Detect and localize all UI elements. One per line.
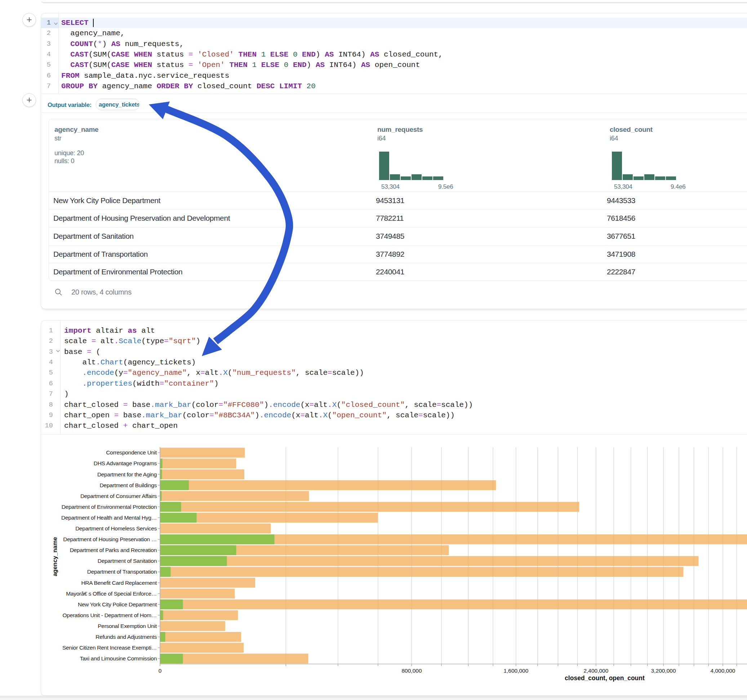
svg-text:Department of Sanitation: Department of Sanitation: [98, 558, 157, 564]
svg-text:800,000: 800,000: [401, 668, 422, 674]
svg-text:Taxi and Limousine Commission: Taxi and Limousine Commission: [80, 655, 157, 661]
svg-text:Department of Parks and Recrea: Department of Parks and Recreation: [70, 547, 157, 553]
svg-text:Department of Housing Preserva: Department of Housing Preservation …: [63, 536, 157, 542]
svg-text:agency_name: agency_name: [51, 537, 58, 576]
svg-text:Department of Transportation: Department of Transportation: [87, 569, 157, 575]
svg-text:DHS Advantage Programs: DHS Advantage Programs: [94, 460, 157, 466]
svg-text:Department of Health and Menta: Department of Health and Mental Hyg…: [61, 514, 157, 520]
svg-text:Department for the Aging: Department for the Aging: [97, 471, 157, 477]
svg-text:Mayorâ€ s Office of Special En: Mayorâ€ s Office of Special Enforce…: [66, 591, 157, 597]
svg-text:3,200,000: 3,200,000: [651, 668, 676, 674]
svg-text:Department of Homeless Service: Department of Homeless Services: [75, 525, 157, 531]
svg-text:Department of Consumer Affairs: Department of Consumer Affairs: [80, 493, 157, 499]
svg-text:Department of Buildings: Department of Buildings: [100, 482, 157, 488]
svg-text:4,000,000: 4,000,000: [711, 668, 735, 674]
svg-text:closed_count, open_count: closed_count, open_count: [565, 674, 645, 682]
svg-text:Senior Citizen Rent Increase E: Senior Citizen Rent Increase Exempti…: [62, 644, 157, 651]
svg-text:1,600,000: 1,600,000: [504, 668, 528, 674]
svg-text:0: 0: [159, 668, 162, 674]
svg-text:Department of Environmental Pr: Department of Environmental Protection: [62, 504, 157, 510]
svg-text:Correspondence Unit: Correspondence Unit: [106, 450, 157, 456]
svg-text:Personal Exemption Unit: Personal Exemption Unit: [98, 623, 157, 629]
svg-text:2,400,000: 2,400,000: [584, 668, 608, 674]
svg-text:New York City Police Departmen: New York City Police Department: [78, 601, 157, 608]
svg-text:HRA Benefit Card Replacement: HRA Benefit Card Replacement: [81, 580, 157, 586]
svg-text:Refunds and Adjustments: Refunds and Adjustments: [95, 634, 157, 640]
svg-text:Operations Unit - Department o: Operations Unit - Department of Hom…: [63, 612, 157, 618]
